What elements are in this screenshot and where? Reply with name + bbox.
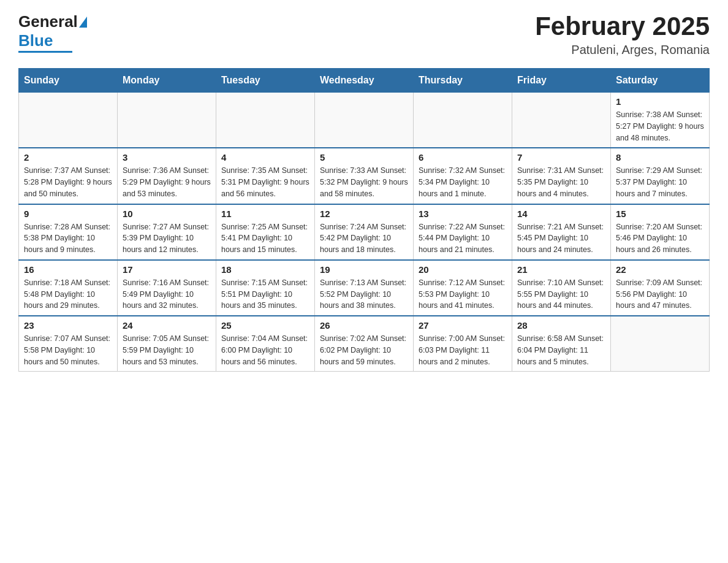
day-info: Sunrise: 7:37 AM Sunset: 5:28 PM Dayligh…	[24, 165, 112, 199]
calendar-day-cell: 7Sunrise: 7:31 AM Sunset: 5:35 PM Daylig…	[512, 148, 611, 204]
calendar-day-cell: 5Sunrise: 7:33 AM Sunset: 5:32 PM Daylig…	[315, 148, 414, 204]
day-info: Sunrise: 7:25 AM Sunset: 5:41 PM Dayligh…	[221, 221, 309, 256]
day-number: 17	[123, 264, 211, 275]
calendar-day-cell: 1Sunrise: 7:38 AM Sunset: 5:27 PM Daylig…	[611, 93, 710, 148]
calendar-day-cell	[611, 316, 710, 372]
calendar-day-cell: 22Sunrise: 7:09 AM Sunset: 5:56 PM Dayli…	[611, 260, 710, 316]
day-number: 18	[221, 264, 309, 275]
day-info: Sunrise: 7:36 AM Sunset: 5:29 PM Dayligh…	[123, 165, 211, 199]
day-info: Sunrise: 7:16 AM Sunset: 5:49 PM Dayligh…	[123, 277, 211, 312]
logo-general-text: General	[18, 12, 78, 31]
calendar-day-cell: 26Sunrise: 7:02 AM Sunset: 6:02 PM Dayli…	[315, 316, 414, 372]
day-number: 16	[24, 264, 112, 275]
day-number: 19	[320, 264, 408, 275]
calendar-day-cell: 9Sunrise: 7:28 AM Sunset: 5:38 PM Daylig…	[19, 204, 118, 260]
day-info: Sunrise: 7:20 AM Sunset: 5:46 PM Dayligh…	[616, 221, 704, 256]
calendar-day-cell: 15Sunrise: 7:20 AM Sunset: 5:46 PM Dayli…	[611, 204, 710, 260]
calendar-day-cell	[216, 93, 315, 148]
day-info: Sunrise: 7:00 AM Sunset: 6:03 PM Dayligh…	[419, 333, 507, 367]
calendar-day-cell: 19Sunrise: 7:13 AM Sunset: 5:52 PM Dayli…	[315, 260, 414, 316]
calendar-day-cell: 23Sunrise: 7:07 AM Sunset: 5:58 PM Dayli…	[19, 316, 118, 372]
day-info: Sunrise: 7:22 AM Sunset: 5:44 PM Dayligh…	[419, 221, 507, 256]
logo-underline	[18, 51, 72, 53]
calendar-week-row: 23Sunrise: 7:07 AM Sunset: 5:58 PM Dayli…	[19, 316, 710, 372]
day-info: Sunrise: 7:27 AM Sunset: 5:39 PM Dayligh…	[123, 221, 211, 256]
day-number: 25	[221, 320, 309, 331]
day-number: 23	[24, 320, 112, 331]
calendar-day-cell: 17Sunrise: 7:16 AM Sunset: 5:49 PM Dayli…	[118, 260, 216, 316]
day-number: 14	[517, 209, 605, 219]
logo: General Blue	[18, 12, 87, 53]
logo-triangle-icon	[79, 17, 87, 28]
day-number: 21	[517, 264, 605, 275]
day-number: 13	[419, 209, 507, 219]
header-monday: Monday	[118, 69, 216, 93]
header-wednesday: Wednesday	[315, 69, 414, 93]
calendar-week-row: 1Sunrise: 7:38 AM Sunset: 5:27 PM Daylig…	[19, 93, 710, 148]
day-info: Sunrise: 7:28 AM Sunset: 5:38 PM Dayligh…	[24, 221, 112, 256]
calendar-day-cell: 3Sunrise: 7:36 AM Sunset: 5:29 PM Daylig…	[118, 148, 216, 204]
day-info: Sunrise: 7:38 AM Sunset: 5:27 PM Dayligh…	[616, 109, 704, 144]
day-number: 12	[320, 209, 408, 219]
header-tuesday: Tuesday	[216, 69, 315, 93]
calendar-day-cell	[19, 93, 118, 148]
calendar-day-cell: 21Sunrise: 7:10 AM Sunset: 5:55 PM Dayli…	[512, 260, 611, 316]
day-number: 7	[517, 152, 605, 163]
title-block: February 2025 Patuleni, Arges, Romania	[535, 12, 710, 57]
calendar-week-row: 9Sunrise: 7:28 AM Sunset: 5:38 PM Daylig…	[19, 204, 710, 260]
day-number: 22	[616, 264, 704, 275]
day-info: Sunrise: 7:35 AM Sunset: 5:31 PM Dayligh…	[221, 165, 309, 199]
calendar-day-cell: 6Sunrise: 7:32 AM Sunset: 5:34 PM Daylig…	[414, 148, 512, 204]
header-sunday: Sunday	[19, 69, 118, 93]
day-number: 11	[221, 209, 309, 219]
calendar-day-cell: 25Sunrise: 7:04 AM Sunset: 6:00 PM Dayli…	[216, 316, 315, 372]
calendar-day-cell: 24Sunrise: 7:05 AM Sunset: 5:59 PM Dayli…	[118, 316, 216, 372]
day-number: 5	[320, 152, 408, 163]
day-number: 9	[24, 209, 112, 219]
day-number: 1	[616, 96, 704, 107]
day-info: Sunrise: 7:05 AM Sunset: 5:59 PM Dayligh…	[123, 333, 211, 367]
day-number: 15	[616, 209, 704, 219]
calendar-table: Sunday Monday Tuesday Wednesday Thursday…	[18, 68, 710, 372]
header-friday: Friday	[512, 69, 611, 93]
day-number: 6	[419, 152, 507, 163]
day-info: Sunrise: 7:29 AM Sunset: 5:37 PM Dayligh…	[616, 165, 704, 199]
calendar-week-row: 2Sunrise: 7:37 AM Sunset: 5:28 PM Daylig…	[19, 148, 710, 204]
day-number: 2	[24, 152, 112, 163]
calendar-day-cell	[414, 93, 512, 148]
calendar-day-cell: 20Sunrise: 7:12 AM Sunset: 5:53 PM Dayli…	[414, 260, 512, 316]
day-number: 24	[123, 320, 211, 331]
day-number: 26	[320, 320, 408, 331]
day-info: Sunrise: 7:33 AM Sunset: 5:32 PM Dayligh…	[320, 165, 408, 199]
calendar-day-cell: 16Sunrise: 7:18 AM Sunset: 5:48 PM Dayli…	[19, 260, 118, 316]
day-info: Sunrise: 7:24 AM Sunset: 5:42 PM Dayligh…	[320, 221, 408, 256]
calendar-day-cell: 13Sunrise: 7:22 AM Sunset: 5:44 PM Dayli…	[414, 204, 512, 260]
calendar-day-cell: 18Sunrise: 7:15 AM Sunset: 5:51 PM Dayli…	[216, 260, 315, 316]
calendar-day-cell	[512, 93, 611, 148]
header-saturday: Saturday	[611, 69, 710, 93]
calendar-day-cell: 10Sunrise: 7:27 AM Sunset: 5:39 PM Dayli…	[118, 204, 216, 260]
day-info: Sunrise: 7:10 AM Sunset: 5:55 PM Dayligh…	[517, 277, 605, 312]
calendar-day-cell: 8Sunrise: 7:29 AM Sunset: 5:37 PM Daylig…	[611, 148, 710, 204]
day-info: Sunrise: 7:18 AM Sunset: 5:48 PM Dayligh…	[24, 277, 112, 312]
day-info: Sunrise: 7:07 AM Sunset: 5:58 PM Dayligh…	[24, 333, 112, 367]
logo-blue-part	[78, 17, 87, 28]
day-number: 8	[616, 152, 704, 163]
day-info: Sunrise: 7:02 AM Sunset: 6:02 PM Dayligh…	[320, 333, 408, 367]
calendar-week-row: 16Sunrise: 7:18 AM Sunset: 5:48 PM Dayli…	[19, 260, 710, 316]
day-number: 10	[123, 209, 211, 219]
day-info: Sunrise: 7:31 AM Sunset: 5:35 PM Dayligh…	[517, 165, 605, 199]
day-info: Sunrise: 7:15 AM Sunset: 5:51 PM Dayligh…	[221, 277, 309, 312]
day-number: 3	[123, 152, 211, 163]
calendar-title: February 2025	[535, 12, 710, 40]
day-number: 20	[419, 264, 507, 275]
calendar-day-cell: 27Sunrise: 7:00 AM Sunset: 6:03 PM Dayli…	[414, 316, 512, 372]
logo-blue-text: Blue	[18, 31, 53, 50]
day-info: Sunrise: 7:09 AM Sunset: 5:56 PM Dayligh…	[616, 277, 704, 312]
calendar-day-cell	[315, 93, 414, 148]
calendar-day-cell: 4Sunrise: 7:35 AM Sunset: 5:31 PM Daylig…	[216, 148, 315, 204]
calendar-subtitle: Patuleni, Arges, Romania	[535, 43, 710, 57]
day-info: Sunrise: 7:21 AM Sunset: 5:45 PM Dayligh…	[517, 221, 605, 256]
calendar-day-cell: 2Sunrise: 7:37 AM Sunset: 5:28 PM Daylig…	[19, 148, 118, 204]
day-info: Sunrise: 7:13 AM Sunset: 5:52 PM Dayligh…	[320, 277, 408, 312]
